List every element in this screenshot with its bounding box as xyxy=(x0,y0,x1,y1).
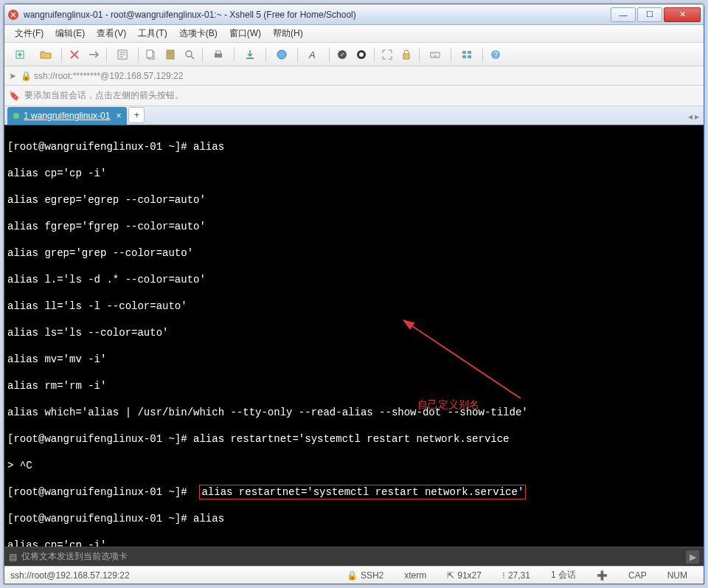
info-text: 要添加当前会话，点击左侧的箭头按钮。 xyxy=(24,89,184,102)
svg-text:?: ? xyxy=(494,51,499,59)
tab-bar: 1 wangruifenglinux-01 × + ◂ ▸ xyxy=(4,106,704,125)
svg-rect-8 xyxy=(216,51,221,54)
highlight-box-1: alias restartnet='systemctl restart netw… xyxy=(199,485,526,499)
bookmark-icon[interactable]: 🔖 xyxy=(9,91,20,101)
menu-tools[interactable]: 工具(T) xyxy=(132,26,173,41)
minimize-button[interactable]: — xyxy=(611,7,636,22)
compose-hint: 仅将文本发送到当前选项卡 xyxy=(21,550,128,563)
reconnect-button[interactable] xyxy=(66,46,83,63)
status-cap: CAP xyxy=(628,570,647,581)
layout-button[interactable] xyxy=(455,46,479,63)
menu-view[interactable]: 查看(V) xyxy=(91,26,132,41)
address-input[interactable] xyxy=(34,71,699,81)
svg-point-14 xyxy=(359,52,364,57)
svg-rect-9 xyxy=(246,58,254,59)
status-protocol: 🔒 SSH2 xyxy=(347,570,384,581)
info-bar: 🔖 要添加当前会话，点击左侧的箭头按钮。 xyxy=(4,86,704,106)
find-button[interactable] xyxy=(181,46,198,63)
status-term: xterm xyxy=(404,570,426,581)
menu-window[interactable]: 窗口(W) xyxy=(223,26,267,41)
keyboard-button[interactable] xyxy=(423,46,447,63)
svg-rect-18 xyxy=(468,51,471,54)
address-bar: ➤ 🔒 xyxy=(4,66,704,86)
svg-rect-15 xyxy=(403,54,409,59)
title-bar: wangruifenglinux-01 - root@wangruifengli… xyxy=(4,4,704,25)
svg-rect-4 xyxy=(147,50,153,58)
menu-edit[interactable]: 编辑(E) xyxy=(49,26,91,41)
svg-point-10 xyxy=(277,50,286,59)
font-button[interactable]: A xyxy=(302,46,325,63)
svg-rect-16 xyxy=(431,52,440,58)
theme-button[interactable] xyxy=(353,46,370,63)
menu-bar: 文件(F) 编辑(E) 查看(V) 工具(T) 选项卡(B) 窗口(W) 帮助(… xyxy=(4,25,704,43)
status-connection: ssh://root@192.168.57.129:22 xyxy=(10,570,130,581)
svg-point-6 xyxy=(186,51,192,57)
paste-button[interactable] xyxy=(162,46,179,63)
menu-help[interactable]: 帮助(H) xyxy=(267,26,309,41)
svg-text:A: A xyxy=(308,49,316,60)
copy-button[interactable] xyxy=(142,46,160,63)
print-button[interactable] xyxy=(206,46,230,63)
toolbar: A ? xyxy=(4,43,704,66)
compose-bar: ▤ 仅将文本发送到当前选项卡 ▶ xyxy=(4,547,704,566)
annotation-label: 自己定义别名 xyxy=(417,398,479,412)
svg-rect-19 xyxy=(462,55,466,58)
help-button[interactable]: ? xyxy=(487,46,504,63)
menu-tab[interactable]: 选项卡(B) xyxy=(173,26,223,41)
send-button[interactable]: ▶ xyxy=(686,550,699,564)
svg-rect-17 xyxy=(462,51,466,54)
arrow-icon[interactable]: ➤ xyxy=(9,71,16,81)
fullscreen-button[interactable] xyxy=(378,46,396,63)
lock-button[interactable] xyxy=(398,46,415,63)
new-tab-button[interactable]: + xyxy=(128,107,145,123)
globe-button[interactable] xyxy=(270,46,294,63)
tab-nav[interactable]: ◂ ▸ xyxy=(688,111,699,122)
new-session-button[interactable] xyxy=(9,46,32,63)
app-icon xyxy=(7,9,19,21)
status-bar: ssh://root@192.168.57.129:22 🔒 SSH2 xter… xyxy=(4,566,704,584)
status-sessions: 1 会话 xyxy=(551,569,576,581)
app-window: wangruifenglinux-01 - root@wangruifengli… xyxy=(4,4,704,584)
status-plus[interactable]: ➕ xyxy=(597,570,608,581)
status-dot-icon xyxy=(13,113,19,119)
lock-icon: 🔒 xyxy=(21,71,34,81)
script-button[interactable] xyxy=(333,46,351,63)
status-num: NUM xyxy=(667,570,687,581)
disconnect-button[interactable] xyxy=(85,46,103,63)
status-cursor: ⁝ 27,31 xyxy=(502,570,530,581)
status-size: ⇱ 91x27 xyxy=(447,570,482,581)
tab-label: 1 wangruifenglinux-01 xyxy=(24,111,110,121)
svg-rect-20 xyxy=(468,55,471,58)
menu-file[interactable]: 文件(F) xyxy=(9,26,49,41)
properties-button[interactable] xyxy=(111,46,134,63)
transfer-button[interactable] xyxy=(238,46,262,63)
compose-icon: ▤ xyxy=(9,552,17,562)
session-tab[interactable]: 1 wangruifenglinux-01 × xyxy=(7,107,127,125)
window-title: wangruifenglinux-01 - root@wangruifengli… xyxy=(24,10,609,20)
tab-close-button[interactable]: × xyxy=(116,111,121,121)
open-button[interactable] xyxy=(34,46,58,63)
svg-rect-5 xyxy=(167,50,174,59)
terminal[interactable]: [root@wangruifenglinux-01 ~]# alias alia… xyxy=(4,125,704,547)
maximize-button[interactable]: ☐ xyxy=(637,7,662,22)
close-button[interactable]: ✕ xyxy=(664,7,701,22)
